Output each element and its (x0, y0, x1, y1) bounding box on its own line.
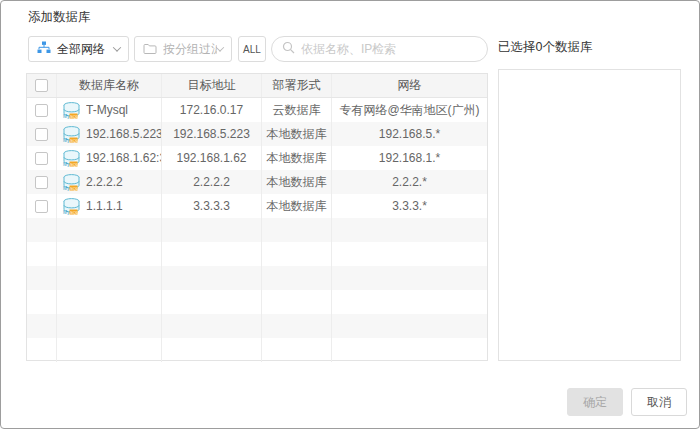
table-row[interactable]: MySQL 1.1.1.1 3.3.3.3 本地数据库 3.3.3.* (27, 194, 487, 218)
network-topology-icon (37, 40, 51, 58)
selected-count-label: 已选择0个数据库 (498, 39, 592, 56)
table-row[interactable]: MySQL T-Mysql 172.16.0.17 云数据库 专有网络@华南地区… (27, 98, 487, 122)
db-deploy-type: 本地数据库 (262, 122, 332, 146)
db-network: 2.2.2.* (332, 170, 487, 194)
db-name: 192.168.5.223:3... (86, 127, 161, 141)
db-name: T-Mysql (86, 103, 128, 117)
column-header-name: 数据库名称 (57, 74, 162, 97)
db-name: 1.1.1.1 (86, 199, 123, 213)
row-checkbox[interactable] (35, 200, 48, 213)
empty-table-row (27, 242, 487, 266)
mysql-database-icon: MySQL (62, 174, 81, 191)
table-row[interactable]: MySQL 2.2.2.2 2.2.2.2 本地数据库 2.2.2.* (27, 170, 487, 194)
table-row[interactable]: MySQL 192.168.5.223:3... 192.168.5.223 本… (27, 122, 487, 146)
db-network: 192.168.5.* (332, 122, 487, 146)
mysql-database-icon: MySQL (62, 150, 81, 167)
search-icon (282, 40, 295, 58)
row-checkbox[interactable] (35, 152, 48, 165)
empty-table-row (27, 266, 487, 290)
db-network: 专有网络@华南地区(广州) (332, 98, 487, 122)
db-deploy-type: 云数据库 (262, 98, 332, 122)
row-checkbox[interactable] (35, 104, 48, 117)
mysql-database-icon: MySQL (62, 102, 81, 119)
folder-icon (143, 40, 157, 58)
mysql-database-icon: MySQL (62, 198, 81, 215)
db-name: 192.168.1.62:33... (86, 151, 161, 165)
all-button[interactable]: ALL (238, 36, 266, 62)
mysql-database-icon: MySQL (62, 126, 81, 143)
column-header-address: 目标地址 (162, 74, 262, 97)
column-header-network: 网络 (332, 74, 487, 97)
table-header: 数据库名称 目标地址 部署形式 网络 (27, 74, 487, 98)
page-title: 添加数据库 (28, 9, 91, 26)
chevron-down-icon (216, 43, 224, 51)
empty-table-row (27, 290, 487, 314)
chevron-down-icon (113, 43, 121, 51)
group-filter-value: 按分组过滤 (163, 41, 217, 58)
add-database-dialog: 添加数据库 全部网络 按分组过滤 ALL (0, 0, 700, 429)
filter-toolbar: 全部网络 按分组过滤 ALL (28, 36, 488, 62)
db-address: 3.3.3.3 (162, 194, 262, 218)
network-filter-dropdown[interactable]: 全部网络 (28, 36, 129, 62)
db-address: 2.2.2.2 (162, 170, 262, 194)
database-table: 数据库名称 目标地址 部署形式 网络 MySQL T-Mysql 172.16.… (26, 73, 488, 361)
row-checkbox[interactable] (35, 128, 48, 141)
row-checkbox[interactable] (35, 176, 48, 189)
group-filter-dropdown[interactable]: 按分组过滤 (134, 36, 232, 62)
column-header-deploy: 部署形式 (262, 74, 332, 97)
empty-table-row (27, 338, 487, 362)
db-address: 192.168.1.62 (162, 146, 262, 170)
selected-databases-panel (498, 69, 681, 361)
search-box (271, 36, 488, 62)
db-deploy-type: 本地数据库 (262, 146, 332, 170)
db-network: 192.168.1.* (332, 146, 487, 170)
cancel-button[interactable]: 取消 (631, 388, 687, 416)
svg-text:SQL: SQL (70, 137, 79, 142)
svg-text:SQL: SQL (70, 209, 79, 214)
db-deploy-type: 本地数据库 (262, 170, 332, 194)
svg-text:SQL: SQL (70, 185, 79, 190)
db-network: 3.3.3.* (332, 194, 487, 218)
network-filter-value: 全部网络 (57, 41, 114, 58)
db-deploy-type: 本地数据库 (262, 194, 332, 218)
search-input[interactable] (301, 42, 477, 56)
select-all-checkbox[interactable] (35, 79, 48, 92)
confirm-button[interactable]: 确定 (567, 388, 623, 416)
svg-text:SQL: SQL (70, 161, 79, 166)
table-row[interactable]: MySQL 192.168.1.62:33... 192.168.1.62 本地… (27, 146, 487, 170)
svg-text:SQL: SQL (70, 113, 79, 118)
empty-table-row (27, 314, 487, 338)
db-address: 192.168.5.223 (162, 122, 262, 146)
db-name: 2.2.2.2 (86, 175, 123, 189)
db-address: 172.16.0.17 (162, 98, 262, 122)
empty-table-row (27, 218, 487, 242)
